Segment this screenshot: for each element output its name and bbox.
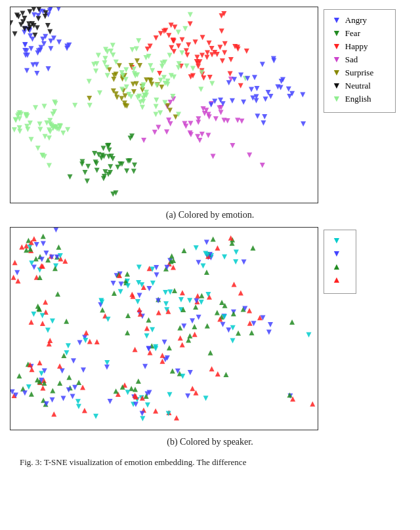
bottom-chart-box xyxy=(10,227,318,430)
page: ▼ Angry ▼ Fear ▼ Happy ▼ Sad ▼ Surpris xyxy=(0,0,420,475)
top-chart-box xyxy=(10,7,318,203)
figure-container: ▼ Angry ▼ Fear ▼ Happy ▼ Sad ▼ Surpris xyxy=(13,7,407,468)
legend-item-sad: ▼ Sad xyxy=(332,54,387,65)
surprise-marker: ▼ xyxy=(332,68,341,78)
legend-item-neutral: ▼ Neutral xyxy=(332,81,387,91)
caption-b: (b) Colored by speaker. xyxy=(167,437,253,447)
b4-marker: ▲ xyxy=(332,275,341,285)
sad-marker: ▼ xyxy=(332,54,341,65)
angry-marker: ▼ xyxy=(332,15,341,26)
b2-marker: ▼ xyxy=(332,249,341,259)
legend-item-fear: ▼ Fear xyxy=(332,28,387,39)
legend-label-happy: Happy xyxy=(345,41,368,52)
legend-label-surprise: Surprise xyxy=(345,68,373,78)
legend-item-b1: ▼ xyxy=(332,235,348,246)
neutral-marker: ▼ xyxy=(332,81,341,91)
legend-label-fear: Fear xyxy=(345,28,360,39)
bottom-chart-wrapper: ▼ ▼ ▲ ▲ xyxy=(10,227,410,430)
fig-caption: Fig. 3: T-SNE visualization of emotion e… xyxy=(20,457,400,468)
b3-marker: ▲ xyxy=(332,262,341,272)
legend-item-b4: ▲ xyxy=(332,275,348,285)
happy-marker: ▼ xyxy=(332,41,341,52)
top-legend: ▼ Angry ▼ Fear ▼ Happy ▼ Sad ▼ Surpris xyxy=(324,9,396,113)
legend-item-english: ▼ English xyxy=(332,94,387,104)
legend-item-angry: ▼ Angry xyxy=(332,15,387,26)
bottom-chart-canvas xyxy=(10,228,318,430)
legend-item-happy: ▼ Happy xyxy=(332,41,387,52)
legend-label-angry: Angry xyxy=(345,15,367,26)
legend-label-sad: Sad xyxy=(345,54,358,65)
top-chart-wrapper: ▼ Angry ▼ Fear ▼ Happy ▼ Sad ▼ Surpris xyxy=(10,7,410,203)
bottom-legend: ▼ ▼ ▲ ▲ xyxy=(324,230,356,294)
top-chart-canvas xyxy=(10,7,318,203)
legend-label-neutral: Neutral xyxy=(345,81,371,91)
english-marker: ▼ xyxy=(332,94,341,104)
b1-marker: ▼ xyxy=(332,235,341,246)
legend-item-b2: ▼ xyxy=(332,249,348,259)
legend-item-surprise: ▼ Surprise xyxy=(332,68,387,78)
fear-marker: ▼ xyxy=(332,28,341,39)
legend-label-english: English xyxy=(345,94,371,104)
caption-a: (a) Colored by emotion. xyxy=(166,210,255,220)
legend-item-b3: ▲ xyxy=(332,262,348,272)
